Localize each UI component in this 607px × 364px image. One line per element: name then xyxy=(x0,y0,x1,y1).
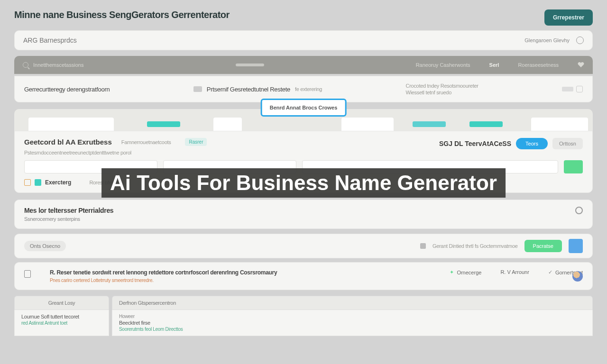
chip-label: Exercterg xyxy=(45,179,71,186)
gear-icon[interactable] xyxy=(575,207,583,214)
sort-label[interactable]: Serl xyxy=(489,62,499,68)
selected-tab[interactable]: Benrd Annat Brocs Crowes xyxy=(261,99,347,117)
heart-icon[interactable] xyxy=(578,62,584,68)
table-cell-1[interactable]: Lournue Sofl tuttert tecoret red Astinra… xyxy=(14,310,109,336)
panel-a-sub2: Pstesrndocceentneetreeunectptdentttwetne… xyxy=(24,150,583,155)
table-head-2: Derfnon Gtspersercentron xyxy=(112,296,593,310)
overlay-title: Ai Tools For Business Name Generator xyxy=(101,168,506,198)
table-header-row: Greant Losy Derfnon Gtspersercentron xyxy=(14,296,593,310)
filter-divider xyxy=(236,64,264,66)
tab-teal-1[interactable] xyxy=(147,121,180,127)
search-bar: Glengaroen Glevhy xyxy=(14,30,593,50)
info-right-1: Crocoted tndey Resotsmooureter xyxy=(406,83,478,89)
doc-icon-2 xyxy=(24,270,31,278)
panel-c: Onts Osecno Gerant Dintied thrtl fs Goct… xyxy=(14,234,593,258)
table-body-row: Lournue Sofl tuttert tecoret red Astinra… xyxy=(14,310,593,336)
avatar-icon[interactable] xyxy=(572,271,583,282)
header-cta-button[interactable]: Grrepestrer xyxy=(544,9,593,26)
panel-b: Mes lor teltersser Pterrialdres Ssneroce… xyxy=(14,200,593,229)
page-title: Minne nane Business SengGerators Gerrent… xyxy=(14,9,230,20)
mini-tag: Rasrer xyxy=(185,138,207,146)
search-input[interactable] xyxy=(23,36,524,44)
search-right-label: Glengaroen Glevhy xyxy=(524,37,570,43)
doc-icon xyxy=(420,243,426,249)
generate-button[interactable]: Pacratse xyxy=(524,240,562,252)
filter-left-text: Innetthemscetassions xyxy=(33,62,83,68)
result-title: R. Reser tenetie sordwit reret lennong r… xyxy=(50,269,431,276)
info-right-2: Wiessetl tetnf sruedo xyxy=(406,90,451,95)
action-square[interactable] xyxy=(569,239,583,253)
submit-pill[interactable] xyxy=(564,160,583,173)
panel-a-sub1: Famnerrouetnaetcoots xyxy=(121,139,171,145)
result-col2: R. V Arrounr xyxy=(500,269,529,275)
panel-b-sub: Ssnerocemery senterpins xyxy=(24,216,113,222)
filter-bar: Innetthemscetassions Raneoruy Casherwont… xyxy=(14,56,593,74)
result-col1: Ornecerge xyxy=(457,270,481,275)
search-icon[interactable] xyxy=(23,62,28,68)
info-mid: Prtsernif Gesretedtutnel Restete xyxy=(207,86,290,93)
tools-button[interactable]: Teors xyxy=(516,138,548,149)
result-sub: Pnes cariro certered Lottetrruty smeertr… xyxy=(50,278,431,283)
tab-strip: Benrd Annat Brocs Crowes xyxy=(14,109,593,131)
info-mid-sub: fe exterering xyxy=(295,86,322,92)
filter-mid-text: Raneoruy Casherwonts xyxy=(416,62,470,68)
flag-icon xyxy=(193,86,202,92)
panel-a-title: Geetcord bl AA Exrutbess xyxy=(24,138,112,146)
panel-a-right-title: SGJ DL TeervAtACeSS xyxy=(439,140,511,147)
user-icon[interactable] xyxy=(576,36,584,44)
tiny-icon-2[interactable] xyxy=(576,86,583,92)
tiny-icon-1 xyxy=(562,87,573,91)
table-head-1: Greant Losy xyxy=(14,296,109,310)
panel-c-text: Gerant Dintied thrtl fs Goctemmvatmoe xyxy=(432,243,518,249)
tab-teal-3[interactable] xyxy=(469,121,503,127)
info-left: Gerrecurtteregy derengstratfoorn xyxy=(24,86,110,93)
key-icon xyxy=(24,179,31,186)
result-row: R. Reser tenetie sordwit reret lennong r… xyxy=(14,262,593,290)
table-cell-2[interactable]: Howeer Beecktret firse Soorerutrnts feol… xyxy=(112,310,593,336)
category-pill[interactable]: Onts Osecno xyxy=(24,241,66,251)
tab-teal-2[interactable] xyxy=(413,121,446,127)
panel-b-title: Mes lor teltersser Pterrialdres xyxy=(24,207,113,214)
filter-right-text: Roeraseesetness xyxy=(518,62,559,68)
chip-icon xyxy=(35,179,41,186)
options-button[interactable]: Orttosn xyxy=(552,138,583,149)
